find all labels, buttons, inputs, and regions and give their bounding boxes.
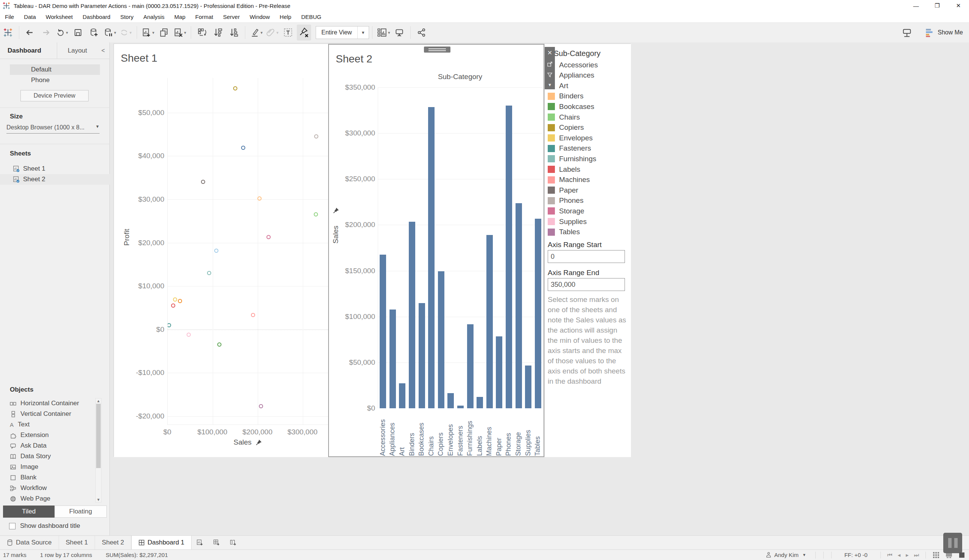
- share-button[interactable]: [415, 25, 429, 40]
- menu-debug[interactable]: DEBUG: [296, 12, 326, 23]
- presentation-mode-toggle[interactable]: [900, 25, 914, 40]
- scatter-mark-art[interactable]: [178, 299, 182, 303]
- container-grab-handle[interactable]: [424, 47, 450, 53]
- bar-paper[interactable]: [496, 336, 502, 408]
- tableau-home-button[interactable]: [1, 25, 15, 40]
- format-copy-button[interactable]: ▾: [265, 25, 279, 40]
- legend-item-fasteners[interactable]: Fasteners: [545, 143, 631, 154]
- legend-item-labels[interactable]: Labels: [545, 164, 631, 174]
- tiled-button[interactable]: Tiled: [3, 505, 55, 518]
- legend-item-machines[interactable]: Machines: [545, 175, 631, 185]
- new-story-tab-button[interactable]: [225, 536, 241, 549]
- scatter-mark-fasteners[interactable]: [167, 323, 171, 327]
- tab-dashboard1[interactable]: Dashboard 1: [132, 536, 191, 549]
- save-button[interactable]: [71, 25, 85, 40]
- sheet-list-item-sheet-2[interactable]: Sheet 2: [0, 174, 110, 184]
- scatter-mark-accessories[interactable]: [241, 146, 245, 150]
- bar-furnishings[interactable]: [467, 324, 473, 408]
- minimize-button[interactable]: —: [906, 0, 927, 12]
- legend-item-bookcases[interactable]: Bookcases: [545, 101, 631, 111]
- new-worksheet-button[interactable]: ▾: [141, 25, 155, 40]
- device-item-default[interactable]: Default: [10, 64, 100, 75]
- show-dashboard-title-checkbox[interactable]: [9, 523, 15, 529]
- object-item-image[interactable]: Image: [0, 462, 110, 472]
- caret-down-icon[interactable]: ▼: [548, 83, 552, 87]
- scrollbar-thumb[interactable]: [96, 404, 101, 468]
- bar-art[interactable]: [399, 383, 405, 408]
- highlight-button[interactable]: ▾: [249, 25, 263, 40]
- bar-machines[interactable]: [486, 235, 493, 408]
- bar-tables[interactable]: [535, 219, 541, 408]
- replay-button[interactable]: ▾: [55, 25, 69, 40]
- menu-help[interactable]: Help: [275, 12, 296, 23]
- bar-appliances[interactable]: [390, 309, 396, 408]
- legend-item-art[interactable]: Art: [545, 81, 631, 91]
- scroll-down-icon[interactable]: ▼: [96, 498, 101, 502]
- legend-item-appliances[interactable]: Appliances: [545, 70, 631, 81]
- scatter-mark-bookcases[interactable]: [217, 342, 221, 347]
- first-page-icon[interactable]: ⏮: [887, 552, 892, 558]
- scatter-mark-tables[interactable]: [259, 404, 263, 408]
- legend-item-copiers[interactable]: Copiers: [545, 123, 631, 133]
- tab-sheet1[interactable]: Sheet 1: [59, 536, 95, 549]
- menu-map[interactable]: Map: [170, 12, 190, 23]
- fix-axes-button[interactable]: [297, 25, 311, 40]
- show-me-button[interactable]: Show Me: [925, 25, 963, 40]
- menu-format[interactable]: Format: [190, 12, 218, 23]
- sort-ascending-button[interactable]: [211, 25, 225, 40]
- close-button[interactable]: ✕: [948, 0, 969, 12]
- object-item-text[interactable]: AText: [0, 419, 110, 430]
- menu-worksheet[interactable]: Worksheet: [41, 12, 78, 23]
- presentation-mode-button[interactable]: [392, 25, 406, 40]
- size-dropdown[interactable]: Desktop Browser (1000 x 8... ▼: [7, 124, 100, 134]
- scatter-mark-appliances[interactable]: [214, 249, 218, 253]
- legend-item-accessories[interactable]: Accessories: [545, 60, 631, 70]
- scatter-mark-labels[interactable]: [171, 304, 175, 307]
- tab-data-source[interactable]: Data Source: [0, 536, 59, 549]
- prev-page-icon[interactable]: ◂: [897, 552, 901, 558]
- menu-window[interactable]: Window: [245, 12, 275, 23]
- new-dashboard-tab-button[interactable]: [208, 536, 225, 549]
- legend-item-binders[interactable]: Binders: [545, 91, 631, 101]
- run-update-button[interactable]: ▾: [118, 25, 133, 40]
- collapse-pane-button[interactable]: <: [102, 47, 109, 54]
- legend-item-tables[interactable]: Tables: [545, 227, 631, 237]
- scatter-mark-storage[interactable]: [266, 235, 271, 239]
- scatter-mark-copiers[interactable]: [233, 86, 237, 90]
- duplicate-button[interactable]: [157, 25, 171, 40]
- bar-envelopes[interactable]: [448, 393, 454, 408]
- bar-storage[interactable]: [516, 203, 522, 408]
- scatter-mark-furnishings[interactable]: [207, 271, 211, 275]
- scatter-mark-binders[interactable]: [257, 196, 261, 201]
- close-icon[interactable]: ✕: [547, 49, 552, 56]
- menu-analysis[interactable]: Analysis: [138, 12, 170, 23]
- menu-server[interactable]: Server: [218, 12, 245, 23]
- tab-layout[interactable]: Layout: [57, 42, 102, 59]
- sheet-list-item-sheet-1[interactable]: Sheet 1: [0, 163, 110, 174]
- tab-sheet2[interactable]: Sheet 2: [95, 536, 132, 549]
- legend-item-phones[interactable]: Phones: [545, 196, 631, 206]
- bar-bookcases[interactable]: [419, 303, 425, 408]
- menu-dashboard[interactable]: Dashboard: [78, 12, 115, 23]
- legend-item-envelopes[interactable]: Envelopes: [545, 133, 631, 143]
- bar-copiers[interactable]: [438, 271, 445, 408]
- bar-labels[interactable]: [476, 397, 483, 408]
- open-in-window-icon[interactable]: [547, 61, 553, 67]
- legend-item-storage[interactable]: Storage: [545, 206, 631, 216]
- bar-supplies[interactable]: [525, 366, 531, 408]
- redo-button[interactable]: [39, 25, 53, 40]
- scatter-mark-envelopes[interactable]: [173, 297, 177, 302]
- bar-fasteners[interactable]: [457, 405, 464, 408]
- legend-item-chairs[interactable]: Chairs: [545, 112, 631, 122]
- axis-range-end-input[interactable]: [548, 278, 625, 291]
- object-item-workflow[interactable]: Workflow: [0, 483, 110, 494]
- menu-file[interactable]: File: [0, 12, 19, 23]
- show-hide-cards-button[interactable]: ▾: [376, 25, 391, 40]
- bar-phones[interactable]: [506, 106, 512, 408]
- tab-dashboard[interactable]: Dashboard: [0, 47, 57, 55]
- floating-button[interactable]: Floating: [55, 505, 107, 518]
- scatter-mark-phones[interactable]: [314, 134, 318, 138]
- grid-view-icon[interactable]: [933, 552, 939, 558]
- scatter-plot-area[interactable]: [167, 78, 328, 425]
- sheet1-container[interactable]: Sheet 1 Profit Sales $50,000$40,000$30,0…: [114, 44, 328, 457]
